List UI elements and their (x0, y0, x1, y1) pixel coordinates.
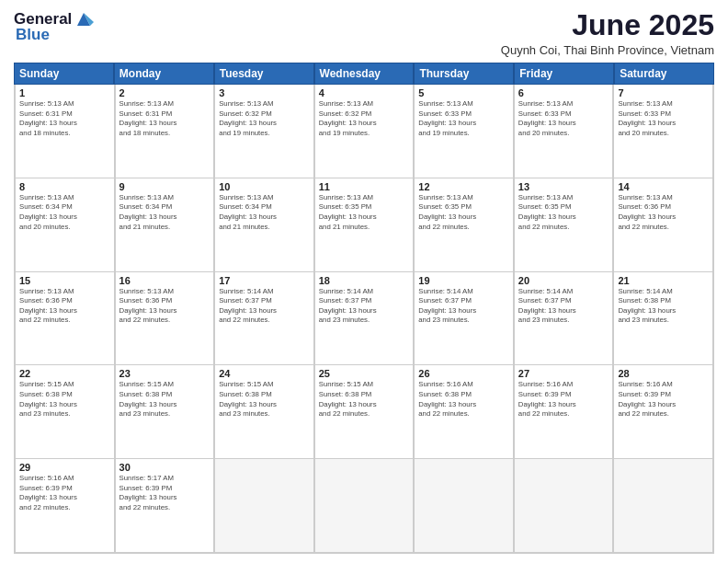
day-cell-24: 24Sunrise: 5:15 AM Sunset: 6:38 PM Dayli… (214, 365, 314, 458)
day-number: 26 (418, 368, 509, 379)
title-block: June 2025 Quynh Coi, Thai Binh Province,… (501, 9, 714, 57)
day-number: 20 (518, 275, 609, 286)
header-cell-saturday: Saturday (614, 63, 714, 85)
header-cell-monday: Monday (114, 63, 214, 85)
day-cell-22: 22Sunrise: 5:15 AM Sunset: 6:38 PM Dayli… (15, 365, 115, 458)
day-cell-20: 20Sunrise: 5:14 AM Sunset: 6:37 PM Dayli… (514, 272, 614, 365)
logo-blue: Blue (16, 26, 50, 44)
day-number: 23 (119, 368, 210, 379)
day-number: 24 (219, 368, 310, 379)
day-cell-empty (613, 459, 713, 552)
day-number: 30 (119, 462, 210, 473)
day-cell-empty (314, 459, 415, 552)
day-number: 7 (618, 87, 709, 98)
day-number: 27 (518, 368, 609, 379)
day-number: 1 (19, 87, 110, 98)
day-cell-25: 25Sunrise: 5:15 AM Sunset: 6:38 PM Dayli… (314, 365, 415, 458)
day-info: Sunrise: 5:13 AM Sunset: 6:33 PM Dayligh… (618, 99, 709, 138)
logo: General Blue (14, 9, 94, 44)
header-cell-friday: Friday (514, 63, 614, 85)
day-info: Sunrise: 5:16 AM Sunset: 6:39 PM Dayligh… (618, 380, 709, 419)
day-number: 11 (319, 181, 410, 192)
day-cell-15: 15Sunrise: 5:13 AM Sunset: 6:36 PM Dayli… (15, 272, 115, 365)
day-cell-4: 4Sunrise: 5:13 AM Sunset: 6:32 PM Daylig… (314, 85, 415, 178)
calendar-week-2: 8Sunrise: 5:13 AM Sunset: 6:34 PM Daylig… (15, 178, 713, 272)
header-cell-wednesday: Wednesday (314, 63, 415, 85)
day-info: Sunrise: 5:16 AM Sunset: 6:38 PM Dayligh… (418, 380, 509, 419)
day-cell-empty (214, 459, 314, 552)
day-cell-5: 5Sunrise: 5:13 AM Sunset: 6:33 PM Daylig… (414, 85, 514, 178)
day-info: Sunrise: 5:13 AM Sunset: 6:31 PM Dayligh… (19, 99, 110, 138)
day-info: Sunrise: 5:14 AM Sunset: 6:37 PM Dayligh… (518, 287, 609, 326)
day-info: Sunrise: 5:14 AM Sunset: 6:38 PM Dayligh… (618, 287, 709, 326)
logo-icon (74, 9, 94, 29)
day-cell-26: 26Sunrise: 5:16 AM Sunset: 6:38 PM Dayli… (414, 365, 514, 458)
day-number: 29 (19, 462, 110, 473)
calendar-week-1: 1Sunrise: 5:13 AM Sunset: 6:31 PM Daylig… (15, 85, 713, 178)
day-cell-18: 18Sunrise: 5:14 AM Sunset: 6:37 PM Dayli… (314, 272, 415, 365)
day-number: 10 (219, 181, 310, 192)
day-cell-10: 10Sunrise: 5:13 AM Sunset: 6:34 PM Dayli… (214, 178, 314, 271)
day-number: 4 (319, 87, 410, 98)
day-info: Sunrise: 5:13 AM Sunset: 6:36 PM Dayligh… (119, 287, 210, 326)
day-info: Sunrise: 5:13 AM Sunset: 6:33 PM Dayligh… (518, 99, 609, 138)
calendar-week-3: 15Sunrise: 5:13 AM Sunset: 6:36 PM Dayli… (15, 272, 713, 366)
day-cell-17: 17Sunrise: 5:14 AM Sunset: 6:37 PM Dayli… (214, 272, 314, 365)
day-number: 21 (618, 275, 709, 286)
header-cell-sunday: Sunday (14, 63, 114, 85)
calendar-week-5: 29Sunrise: 5:16 AM Sunset: 6:39 PM Dayli… (15, 459, 713, 553)
day-number: 2 (119, 87, 210, 98)
day-cell-2: 2Sunrise: 5:13 AM Sunset: 6:31 PM Daylig… (115, 85, 215, 178)
day-cell-7: 7Sunrise: 5:13 AM Sunset: 6:33 PM Daylig… (613, 85, 713, 178)
day-number: 17 (219, 275, 310, 286)
calendar-body: 1Sunrise: 5:13 AM Sunset: 6:31 PM Daylig… (14, 85, 714, 554)
day-info: Sunrise: 5:15 AM Sunset: 6:38 PM Dayligh… (219, 380, 310, 419)
day-number: 3 (219, 87, 310, 98)
day-cell-28: 28Sunrise: 5:16 AM Sunset: 6:39 PM Dayli… (613, 365, 713, 458)
day-cell-9: 9Sunrise: 5:13 AM Sunset: 6:34 PM Daylig… (115, 178, 215, 271)
day-cell-empty (414, 459, 514, 552)
day-info: Sunrise: 5:15 AM Sunset: 6:38 PM Dayligh… (19, 380, 110, 419)
day-info: Sunrise: 5:15 AM Sunset: 6:38 PM Dayligh… (119, 380, 210, 419)
day-number: 6 (518, 87, 609, 98)
day-cell-13: 13Sunrise: 5:13 AM Sunset: 6:35 PM Dayli… (514, 178, 614, 271)
day-cell-11: 11Sunrise: 5:13 AM Sunset: 6:35 PM Dayli… (314, 178, 415, 271)
day-number: 16 (119, 275, 210, 286)
day-cell-29: 29Sunrise: 5:16 AM Sunset: 6:39 PM Dayli… (15, 459, 115, 552)
day-cell-16: 16Sunrise: 5:13 AM Sunset: 6:36 PM Dayli… (115, 272, 215, 365)
day-cell-8: 8Sunrise: 5:13 AM Sunset: 6:34 PM Daylig… (15, 178, 115, 271)
day-number: 15 (19, 275, 110, 286)
day-info: Sunrise: 5:13 AM Sunset: 6:35 PM Dayligh… (418, 193, 509, 232)
day-info: Sunrise: 5:13 AM Sunset: 6:35 PM Dayligh… (319, 193, 410, 232)
day-number: 28 (618, 368, 709, 379)
day-cell-empty (514, 459, 614, 552)
location-title: Quynh Coi, Thai Binh Province, Vietnam (501, 43, 714, 57)
day-number: 12 (418, 181, 509, 192)
day-info: Sunrise: 5:17 AM Sunset: 6:39 PM Dayligh… (119, 474, 210, 512)
calendar-header: SundayMondayTuesdayWednesdayThursdayFrid… (14, 63, 714, 85)
day-cell-30: 30Sunrise: 5:17 AM Sunset: 6:39 PM Dayli… (115, 459, 215, 552)
day-number: 5 (418, 87, 509, 98)
day-cell-6: 6Sunrise: 5:13 AM Sunset: 6:33 PM Daylig… (514, 85, 614, 178)
day-number: 13 (518, 181, 609, 192)
day-number: 19 (418, 275, 509, 286)
day-info: Sunrise: 5:14 AM Sunset: 6:37 PM Dayligh… (418, 287, 509, 326)
day-info: Sunrise: 5:13 AM Sunset: 6:34 PM Dayligh… (219, 193, 310, 232)
day-info: Sunrise: 5:13 AM Sunset: 6:34 PM Dayligh… (119, 193, 210, 232)
day-number: 25 (319, 368, 410, 379)
day-number: 22 (19, 368, 110, 379)
day-info: Sunrise: 5:16 AM Sunset: 6:39 PM Dayligh… (19, 474, 110, 512)
day-cell-23: 23Sunrise: 5:15 AM Sunset: 6:38 PM Dayli… (115, 365, 215, 458)
day-info: Sunrise: 5:13 AM Sunset: 6:34 PM Dayligh… (19, 193, 110, 232)
day-info: Sunrise: 5:13 AM Sunset: 6:32 PM Dayligh… (319, 99, 410, 138)
day-number: 18 (319, 275, 410, 286)
day-cell-1: 1Sunrise: 5:13 AM Sunset: 6:31 PM Daylig… (15, 85, 115, 178)
day-info: Sunrise: 5:13 AM Sunset: 6:33 PM Dayligh… (418, 99, 509, 138)
day-info: Sunrise: 5:13 AM Sunset: 6:31 PM Dayligh… (119, 99, 210, 138)
day-cell-14: 14Sunrise: 5:13 AM Sunset: 6:36 PM Dayli… (613, 178, 713, 271)
day-cell-3: 3Sunrise: 5:13 AM Sunset: 6:32 PM Daylig… (214, 85, 314, 178)
header-cell-tuesday: Tuesday (214, 63, 314, 85)
day-cell-27: 27Sunrise: 5:16 AM Sunset: 6:39 PM Dayli… (514, 365, 614, 458)
day-info: Sunrise: 5:14 AM Sunset: 6:37 PM Dayligh… (219, 287, 310, 326)
month-title: June 2025 (501, 9, 714, 41)
